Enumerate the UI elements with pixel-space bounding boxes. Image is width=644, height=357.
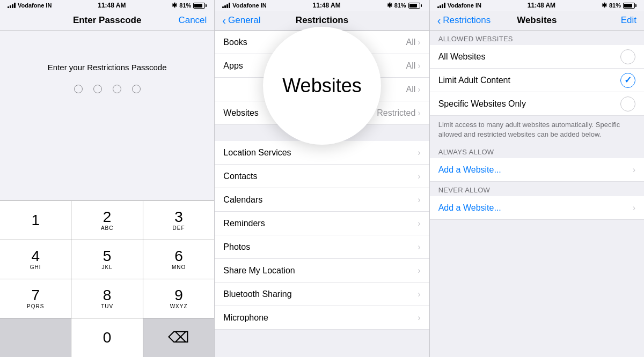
signal-icon-2 xyxy=(222,3,230,8)
radio-circle-specific xyxy=(620,96,635,111)
cancel-button[interactable]: Cancel xyxy=(174,15,207,26)
radio-specific[interactable]: Specific Websites Only xyxy=(430,92,644,116)
list-item-calendars[interactable]: Calendars › xyxy=(215,188,429,212)
radio-all-websites[interactable]: All Websites xyxy=(430,45,644,69)
bluetooth-icon-2: ✱ xyxy=(387,2,392,9)
status-icons-1: ✱ 81% xyxy=(172,2,207,9)
websites-list: ALLOWED WEBSITES All Websites Limit Adul… xyxy=(430,31,644,357)
chevron-photos: › xyxy=(418,242,420,252)
key-5[interactable]: 5 JKL xyxy=(71,240,143,279)
chevron-calendars: › xyxy=(418,195,420,205)
battery-pct-3: 81% xyxy=(609,2,621,9)
list-item-contacts[interactable]: Contacts › xyxy=(215,165,429,188)
checkmark-icon: ✓ xyxy=(624,75,632,86)
key-1[interactable]: 1 xyxy=(0,201,71,240)
key-2[interactable]: 2 ABC xyxy=(71,201,143,240)
passcode-prompt: Enter your Restrictions Passcode xyxy=(0,63,214,72)
passcode-panel: Vodafone IN 11:48 AM ✱ 81% Enter Passcod… xyxy=(0,0,214,357)
dot-2 xyxy=(93,85,102,93)
back-button-restrictions[interactable]: ‹ General xyxy=(222,15,260,26)
chevron-reminders: › xyxy=(418,219,420,228)
restrictions-panel: Vodafone IN 11:48 AM ✱ 81% ‹ General Res… xyxy=(214,0,429,357)
chevron-always: › xyxy=(633,165,635,175)
never-allow-header: NEVER ALLOW xyxy=(430,182,644,196)
time-3: 11:48 AM xyxy=(528,2,555,9)
numeric-keyboard: 1 2 ABC 3 DEF 4 GHI 5 JKL 6 xyxy=(0,200,214,357)
websites-panel: Vodafone IN 11:48 AM ✱ 81% ‹ Restriction… xyxy=(429,0,644,357)
list-item-microphone[interactable]: Microphone › xyxy=(215,306,429,330)
key-3[interactable]: 3 DEF xyxy=(143,201,214,240)
passcode-dots xyxy=(0,85,214,93)
list-item-reminders[interactable]: Reminders › xyxy=(215,212,429,235)
dot-4 xyxy=(132,85,141,93)
chevron-blank: › xyxy=(418,85,420,94)
list-item-photos[interactable]: Photos › xyxy=(215,235,429,259)
info-text: Limit access to many adult websites auto… xyxy=(430,116,644,144)
keyboard-row-2: 4 GHI 5 JKL 6 MNO xyxy=(0,240,214,279)
list-item-share-location[interactable]: Share My Location › xyxy=(215,259,429,282)
back-label-3: Restrictions xyxy=(443,15,491,26)
key-9[interactable]: 9 WXYZ xyxy=(143,279,214,318)
keyboard-row-1: 1 2 ABC 3 DEF xyxy=(0,201,214,240)
list-item-bluetooth[interactable]: Bluetooth Sharing › xyxy=(215,282,429,306)
key-7[interactable]: 7 PQRS xyxy=(0,279,71,318)
back-chevron-3: ‹ xyxy=(437,15,441,26)
bluetooth-icon-1: ✱ xyxy=(172,2,177,9)
battery-icon-1 xyxy=(193,3,207,9)
delete-key[interactable]: ⌫ xyxy=(143,318,214,357)
chevron-never: › xyxy=(633,203,635,213)
time-1: 11:48 AM xyxy=(98,2,126,9)
status-icons-2: ✱ 81% xyxy=(387,2,422,9)
always-allow-header: ALWAYS ALLOW xyxy=(430,144,644,158)
battery-pct-1: 81% xyxy=(179,2,191,9)
always-allow-add[interactable]: Add a Website... › xyxy=(430,158,644,182)
nav-bar-websites: ‹ Restrictions Websites Edit xyxy=(430,11,644,31)
never-allow-add[interactable]: Add a Website... › xyxy=(430,196,644,220)
websites-overlay: Websites xyxy=(263,27,381,145)
chevron-share-location: › xyxy=(418,266,420,276)
chevron-websites: › xyxy=(418,108,420,118)
status-bar-1: Vodafone IN 11:48 AM ✱ 81% xyxy=(0,0,214,11)
chevron-location: › xyxy=(418,148,420,158)
signal-icon-3 xyxy=(437,3,445,8)
signal-icon xyxy=(8,3,16,8)
chevron-microphone: › xyxy=(418,313,420,323)
chevron-apps: › xyxy=(418,61,420,71)
carrier-1: Vodafone IN xyxy=(18,2,52,9)
websites-nav-title: Websites xyxy=(517,15,557,26)
time-2: 11:48 AM xyxy=(313,2,341,9)
carrier-3: Vodafone IN xyxy=(448,2,481,9)
keyboard-row-4: 0 ⌫ xyxy=(0,318,214,357)
keyboard-row-3: 7 PQRS 8 TUV 9 WXYZ xyxy=(0,279,214,318)
passcode-nav-title: Enter Passcode xyxy=(40,15,174,26)
allowed-websites-header: ALLOWED WEBSITES xyxy=(430,31,644,45)
chevron-contacts: › xyxy=(418,172,420,181)
nav-bar-passcode: Enter Passcode Cancel xyxy=(0,11,214,31)
key-0[interactable]: 0 xyxy=(71,318,143,357)
key-8[interactable]: 8 TUV xyxy=(71,279,143,318)
radio-limit-adult[interactable]: Limit Adult Content ✓ xyxy=(430,69,644,92)
radio-circle-all xyxy=(620,49,635,64)
chevron-bluetooth: › xyxy=(418,289,420,299)
back-label-2: General xyxy=(228,15,260,26)
key-6[interactable]: 6 MNO xyxy=(143,240,214,279)
dot-3 xyxy=(113,85,121,93)
chevron-books: › xyxy=(418,38,420,47)
status-bar-3: Vodafone IN 11:48 AM ✱ 81% xyxy=(430,0,644,11)
battery-icon-2 xyxy=(408,3,422,9)
battery-pct-2: 81% xyxy=(394,2,406,9)
back-chevron-2: ‹ xyxy=(222,15,226,26)
carrier-2: Vodafone IN xyxy=(232,2,266,9)
dot-1 xyxy=(74,85,83,93)
status-bar-2: Vodafone IN 11:48 AM ✱ 81% xyxy=(215,0,429,11)
status-icons-3: ✱ 81% xyxy=(602,2,636,9)
radio-circle-limit: ✓ xyxy=(620,73,635,88)
key-empty xyxy=(0,318,71,357)
key-4[interactable]: 4 GHI xyxy=(0,240,71,279)
restrictions-nav-title: Restrictions xyxy=(296,15,348,26)
websites-overlay-label: Websites xyxy=(282,75,361,97)
battery-icon-3 xyxy=(623,3,636,9)
bluetooth-icon-3: ✱ xyxy=(602,2,607,9)
